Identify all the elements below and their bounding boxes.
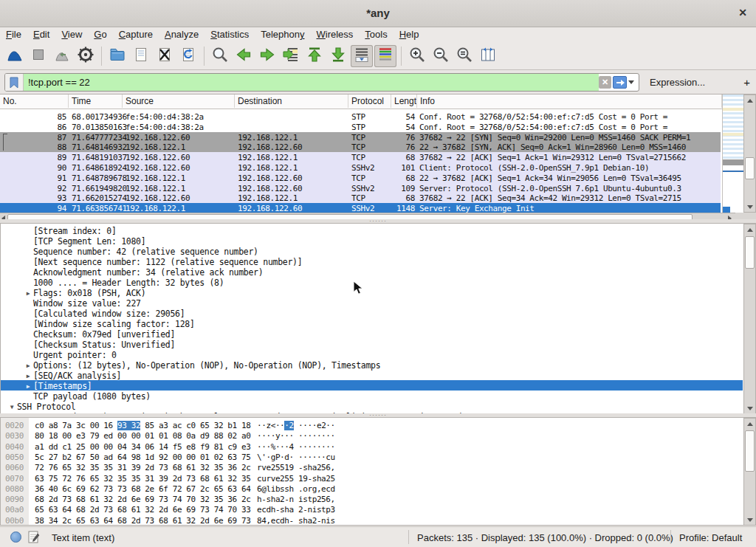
hex-row[interactable]: 00b038 34 2c 65 63 64 68 2d 73 68 61 32 … <box>1 515 743 526</box>
hex-row[interactable]: 0020c0 a8 7a 3c 00 16 93 32 85 a3 ac c0 … <box>1 420 743 430</box>
detail-line[interactable]: TCP payload (1080 bytes) <box>1 391 743 401</box>
packet-list-minimap[interactable] <box>722 94 744 213</box>
stop-capture-button[interactable] <box>27 45 49 67</box>
column-header-time[interactable]: Time <box>69 94 123 108</box>
scroll-up-icon[interactable] <box>744 224 755 235</box>
packet-row-88[interactable]: 8871.648146932192.168.122.1192.168.122.6… <box>0 142 721 152</box>
detail-line[interactable]: [Calculated window size: 29056] <box>1 308 743 318</box>
packet-row-85[interactable]: 8568.001734936fe:54:00:d4:38:2aSTP54Conf… <box>0 111 721 122</box>
menu-telephony[interactable]: Telephony <box>255 27 310 40</box>
detail-line[interactable]: Window size value: 227 <box>1 297 743 308</box>
close-file-button[interactable] <box>154 45 176 67</box>
packet-row-86[interactable]: 8670.013850163fe:54:00:d4:38:2aSTP54Conf… <box>0 122 721 132</box>
detail-line[interactable]: [Next sequence number: 1122 (relative se… <box>1 256 743 266</box>
detail-line[interactable]: ▶Options: (12 bytes), No-Operation (NOP)… <box>1 359 743 370</box>
reload-file-button[interactable] <box>177 45 199 67</box>
menu-statistics[interactable]: Statistics <box>205 27 255 40</box>
menu-wireless[interactable]: Wireless <box>311 27 360 40</box>
hex-row[interactable]: 003080 18 00 e3 79 ed 00 00 01 01 08 0a … <box>1 430 743 441</box>
hex-row[interactable]: 007063 75 72 76 65 32 35 35 31 39 2d 73 … <box>1 473 743 484</box>
hex-row[interactable]: 00505c 27 b2 67 50 ad 64 98 1d 92 00 00 … <box>1 452 743 462</box>
menu-capture[interactable]: Capture <box>113 27 159 40</box>
hex-row[interactable]: 00a065 63 64 68 2d 73 68 61 32 2d 6e 69 … <box>1 504 743 515</box>
go-forward-button[interactable] <box>256 45 278 67</box>
expander-closed-icon[interactable]: ▶ <box>23 362 33 369</box>
hex-row[interactable]: 009068 2d 73 68 61 32 2d 6e 69 73 74 70 … <box>1 494 743 504</box>
start-capture-button[interactable] <box>4 45 26 67</box>
scroll-thumb[interactable] <box>745 236 755 269</box>
expander-closed-icon[interactable]: ▶ <box>23 290 33 297</box>
save-file-button[interactable] <box>130 45 152 67</box>
packet-list-vscrollbar[interactable] <box>743 94 756 213</box>
packet-row-87[interactable]: 8771.647777234192.168.122.60192.168.122.… <box>0 132 721 142</box>
filter-bookmark-button[interactable] <box>5 74 24 91</box>
hex-row[interactable]: 0040a1 dd c1 25 00 00 04 34 06 14 f5 e8 … <box>1 441 743 452</box>
filter-history-dropdown-icon[interactable] <box>628 80 634 84</box>
auto-scroll-button[interactable] <box>351 45 373 67</box>
column-header-protocol[interactable]: Protocol <box>348 94 391 108</box>
column-header-length[interactable]: Length <box>391 94 417 108</box>
detail-line[interactable]: Sequence number: 42 (relative sequence n… <box>1 246 743 256</box>
packet-row-94[interactable]: 9471.663856741192.168.122.1192.168.122.6… <box>0 203 721 213</box>
detail-line[interactable]: ▶Flags: 0x018 (PSH, ACK) <box>1 287 743 297</box>
packet-row-90[interactable]: 9071.648618924192.168.122.60192.168.122.… <box>0 162 721 173</box>
detail-line[interactable]: [Checksum Status: Unverified] <box>1 339 743 349</box>
find-packet-button[interactable] <box>209 45 231 67</box>
scroll-down-icon[interactable] <box>744 515 755 525</box>
close-icon[interactable]: ✕ <box>738 7 747 18</box>
expander-open-icon[interactable]: ▼ <box>7 404 17 410</box>
menu-go[interactable]: Go <box>88 27 112 40</box>
column-header-no[interactable]: No. <box>0 94 69 108</box>
scroll-down-icon[interactable] <box>744 403 755 413</box>
menu-analyze[interactable]: Analyze <box>159 27 205 40</box>
scroll-up-icon[interactable] <box>744 95 755 106</box>
menu-edit[interactable]: Edit <box>27 27 55 40</box>
expander-closed-icon[interactable]: ▶ <box>23 373 33 379</box>
go-first-button[interactable] <box>303 45 326 67</box>
expression-button[interactable]: Expression... <box>650 77 705 88</box>
expert-info-icon[interactable] <box>10 531 21 543</box>
zoom-out-button[interactable] <box>430 45 452 67</box>
detail-line[interactable]: [Stream index: 0] <box>1 225 743 235</box>
capture-comment-icon[interactable] <box>28 531 40 543</box>
detail-line[interactable]: [TCP Segment Len: 1080] <box>1 235 743 246</box>
go-to-packet-button[interactable] <box>280 45 302 67</box>
filter-apply-button[interactable] <box>613 76 627 89</box>
scroll-down-icon[interactable] <box>744 202 755 212</box>
go-last-button[interactable] <box>327 45 349 67</box>
detail-line[interactable]: [Window size scaling factor: 128] <box>1 318 743 328</box>
capture-options-button[interactable] <box>75 45 97 67</box>
detail-line[interactable]: ▶[Timestamps] <box>1 380 743 391</box>
detail-line[interactable]: ▼SSH Protocol <box>1 401 743 411</box>
detail-line[interactable]: Urgent pointer: 0 <box>1 349 743 359</box>
open-file-button[interactable] <box>106 45 128 67</box>
detail-line[interactable]: Checksum: 0x79ed [unverified] <box>1 328 743 339</box>
resize-columns-button[interactable] <box>477 45 499 67</box>
packet-row-89[interactable]: 8971.648191037192.168.122.60192.168.122.… <box>0 152 721 162</box>
hex-vscrollbar[interactable] <box>743 418 756 526</box>
column-header-destination[interactable]: Destination <box>235 94 348 108</box>
filter-clear-button[interactable]: ✕ <box>599 76 611 89</box>
colorize-button[interactable] <box>374 45 396 67</box>
scroll-thumb[interactable] <box>745 430 755 472</box>
scroll-up-icon[interactable] <box>744 419 755 429</box>
filter-input[interactable]: !tcp.port == 22 <box>24 74 599 91</box>
detail-line[interactable]: Acknowledgment number: 34 (relative ack … <box>1 266 743 277</box>
menu-file[interactable]: File <box>0 27 27 40</box>
zoom-in-button[interactable] <box>406 45 428 67</box>
menu-tools[interactable]: Tools <box>359 27 393 40</box>
packet-row-92[interactable]: 9271.661949820192.168.122.1192.168.122.6… <box>0 183 721 193</box>
column-header-source[interactable]: Source <box>123 94 235 108</box>
detail-vscrollbar[interactable] <box>743 224 756 414</box>
detail-line[interactable]: 1000 .... = Header Length: 32 bytes (8) <box>1 277 743 287</box>
packet-row-91[interactable]: 9171.648789678192.168.122.1192.168.122.6… <box>0 173 721 183</box>
profile-label[interactable]: Profile: Default <box>679 532 742 543</box>
hex-row[interactable]: 006072 76 65 32 35 35 31 39 2d 73 68 61 … <box>1 462 743 472</box>
hex-row[interactable]: 008036 40 6c 69 62 73 73 68 2e 6f 72 67 … <box>1 484 743 494</box>
expander-closed-icon[interactable]: ▶ <box>23 383 33 390</box>
column-header-info[interactable]: Info <box>417 94 722 108</box>
detail-line[interactable]: ▶[SEQ/ACK analysis] <box>1 370 743 380</box>
menu-view[interactable]: View <box>55 27 88 40</box>
zoom-original-button[interactable] <box>453 45 475 67</box>
add-filter-button[interactable]: + <box>743 76 750 89</box>
